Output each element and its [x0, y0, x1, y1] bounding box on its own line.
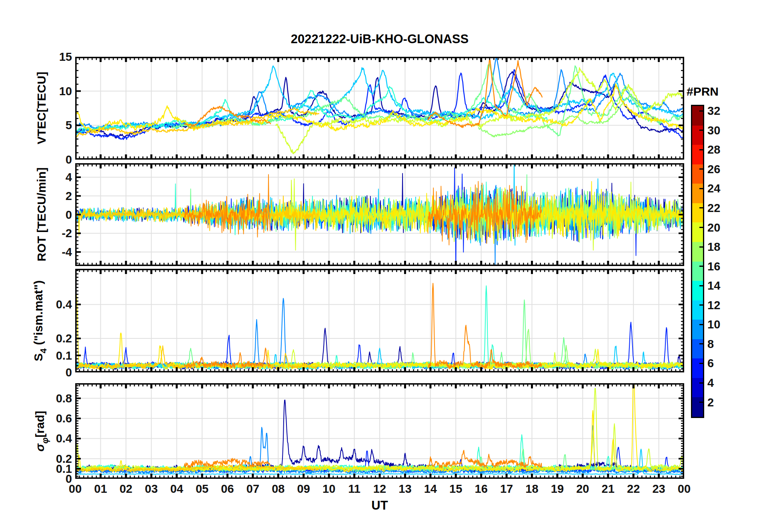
colorbar-tick — [699, 110, 703, 112]
y-tick-label: 0.6 — [22, 412, 72, 425]
panel-canvas-rot — [75, 163, 684, 266]
colorbar-tick-label: 30 — [707, 124, 720, 137]
panel-canvas-s4 — [75, 269, 684, 372]
y-axis-label-vtec: VTEC[TECU] — [35, 72, 48, 144]
x-tick-label: 00 — [666, 482, 703, 496]
y-tick-label: 0 — [22, 366, 72, 379]
panel-canvas-vtec — [75, 57, 684, 160]
colorbar-tick-label: 12 — [707, 298, 720, 312]
colorbar-band — [692, 242, 703, 262]
colorbar-tick — [699, 402, 703, 403]
y-axis-label-part: φ — [40, 438, 50, 444]
y-tick-label: 0.2 — [22, 332, 72, 345]
colorbar-tick-label: 18 — [707, 240, 720, 254]
colorbar-tick-label: 20 — [707, 221, 720, 234]
colorbar-tick — [699, 285, 703, 286]
x-axis-label: UT — [371, 498, 388, 513]
colorbar-band — [692, 378, 703, 398]
colorbar-tick — [699, 246, 703, 248]
colorbar-tick-label: 16 — [707, 260, 720, 273]
y-axis-label-part: ROT [TECU/min] — [35, 168, 48, 262]
colorbar-tick-label: 6 — [707, 356, 714, 370]
y-axis-label-s4: S4 ("ism.mat") — [32, 280, 45, 361]
colorbar-tick-label: 8 — [707, 337, 714, 351]
colorbar-band — [692, 126, 703, 145]
colorbar-tick-label: 2 — [707, 396, 714, 409]
colorbar-band — [692, 106, 703, 126]
colorbar-band — [692, 397, 703, 417]
colorbar-tick — [699, 382, 703, 384]
colorbar-band — [692, 281, 703, 300]
y-axis-label-part: S — [32, 353, 45, 361]
glonass-scintillation-figure: 20221222-UiB-KHO-GLONASS UT #PRN 051015V… — [0, 0, 761, 532]
colorbar-tick — [699, 266, 703, 267]
colorbar-tick — [699, 304, 703, 306]
colorbar-tick — [699, 130, 703, 131]
y-axis-label-part: VTEC[TECU] — [35, 72, 48, 144]
figure-title: 20221222-UiB-KHO-GLONASS — [291, 32, 469, 46]
colorbar-tick — [699, 227, 703, 228]
colorbar — [691, 105, 704, 418]
colorbar-tick — [699, 149, 703, 150]
colorbar-band — [692, 300, 703, 320]
colorbar-title: #PRN — [687, 85, 719, 98]
colorbar-tick-label: 24 — [707, 182, 720, 195]
colorbar-tick — [699, 207, 703, 208]
colorbar-band — [692, 339, 703, 359]
colorbar-band — [692, 145, 703, 164]
y-tick-label: 15 — [22, 50, 72, 64]
y-axis-label-part: [rad] — [33, 411, 46, 438]
colorbar-tick — [699, 168, 703, 170]
colorbar-tick-label: 10 — [707, 318, 720, 331]
y-tick-label: 0.2 — [22, 452, 72, 466]
colorbar-band — [692, 203, 703, 223]
y-axis-label-part: σ — [33, 444, 46, 452]
colorbar-tick-label: 26 — [707, 162, 720, 176]
y-axis-label-part: 4 — [38, 348, 48, 353]
y-tick-label: 0.4 — [22, 298, 72, 311]
colorbar-tick-label: 4 — [707, 376, 714, 390]
colorbar-band — [692, 184, 703, 203]
colorbar-tick — [699, 324, 703, 325]
y-tick-label: 0.8 — [22, 392, 72, 405]
colorbar-tick — [699, 188, 703, 189]
panel-canvas-sigma — [75, 383, 684, 479]
colorbar-tick — [699, 343, 703, 344]
y-axis-label-part: ("ism.mat") — [32, 280, 45, 348]
colorbar-band — [692, 164, 703, 184]
y-axis-label-rot: ROT [TECU/min] — [35, 168, 48, 262]
y-tick-label: 0 — [22, 153, 72, 166]
colorbar-band — [692, 262, 703, 281]
colorbar-tick-label: 14 — [707, 279, 720, 292]
colorbar-tick-label: 28 — [707, 143, 720, 156]
colorbar-band — [692, 320, 703, 339]
colorbar-tick-label: 32 — [707, 104, 720, 118]
colorbar-band — [692, 222, 703, 242]
y-axis-label-sigma: σφ[rad] — [33, 411, 47, 452]
colorbar-tick — [699, 363, 703, 364]
colorbar-band — [692, 358, 703, 378]
colorbar-tick-label: 22 — [707, 201, 720, 215]
